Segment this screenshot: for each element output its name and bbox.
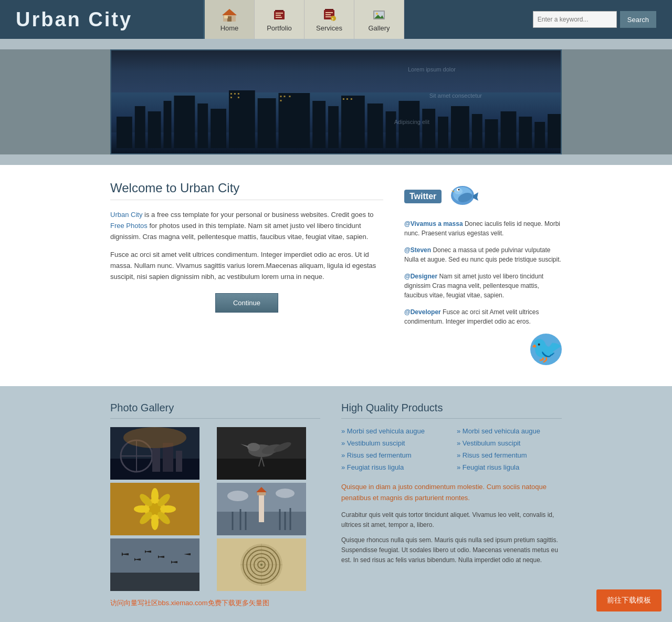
svg-rect-37 bbox=[422, 109, 435, 148]
svg-rect-25 bbox=[174, 96, 195, 148]
left-column: Welcome to Urban City Urban City is a fr… bbox=[110, 181, 383, 365]
gallery-icon bbox=[371, 7, 387, 22]
svg-rect-46 bbox=[230, 93, 232, 95]
svg-rect-6 bbox=[276, 13, 283, 14]
svg-point-89 bbox=[134, 505, 150, 513]
search-input[interactable] bbox=[533, 11, 617, 28]
nav-item-gallery[interactable]: Gallery bbox=[354, 0, 404, 39]
svg-rect-76 bbox=[217, 459, 306, 480]
twitter-bird-icon bbox=[447, 181, 478, 212]
product-links-col1: » Morbi sed vehicula augue » Vestibulum … bbox=[341, 427, 446, 475]
highlight-text: Quisque in diam a justo condimentum mole… bbox=[341, 482, 562, 504]
nav-item-home[interactable]: Home bbox=[205, 0, 255, 39]
svg-rect-2 bbox=[227, 16, 232, 22]
svg-rect-10 bbox=[325, 9, 333, 10]
svg-rect-56 bbox=[346, 98, 348, 100]
tweet-2-handle: @Designer bbox=[404, 273, 437, 280]
gallery-thumb-4[interactable] bbox=[217, 483, 306, 535]
svg-point-62 bbox=[458, 189, 460, 191]
product-link-2-1[interactable]: » Morbi sed vehicula augue bbox=[457, 427, 562, 435]
product-link-2-2[interactable]: » Vestibulum suscipit bbox=[457, 439, 562, 447]
svg-rect-38 bbox=[438, 117, 448, 148]
svg-rect-24 bbox=[164, 101, 172, 148]
product-link-1-2[interactable]: » Vestibulum suscipit bbox=[341, 439, 446, 447]
svg-point-78 bbox=[247, 443, 260, 451]
gallery-heading: Photo Gallery bbox=[110, 402, 320, 419]
gallery-thumb-6[interactable] bbox=[217, 538, 306, 591]
svg-marker-1 bbox=[222, 9, 237, 15]
svg-point-107 bbox=[276, 489, 295, 498]
services-label: Services bbox=[316, 24, 342, 32]
svg-rect-52 bbox=[284, 96, 285, 97]
free-photos-link[interactable]: Free Photos bbox=[110, 222, 148, 230]
intro-paragraph-1: Urban City is a free css template for yo… bbox=[110, 210, 383, 242]
svg-rect-47 bbox=[234, 93, 236, 95]
main-wrapper: Welcome to Urban City Urban City is a fr… bbox=[0, 165, 672, 386]
urban-city-link[interactable]: Urban City bbox=[110, 211, 142, 219]
product-link-1-4[interactable]: » Feugiat risus ligula bbox=[341, 463, 446, 471]
svg-rect-71 bbox=[152, 448, 160, 472]
gallery-thumb-5[interactable] bbox=[110, 538, 200, 591]
services-icon: ! bbox=[321, 7, 338, 22]
products-heading: High Quality Products bbox=[341, 402, 562, 419]
gallery-thumb-3[interactable] bbox=[110, 483, 200, 535]
tweet-2: @Designer Nam sit amet justo vel libero … bbox=[404, 272, 562, 300]
svg-point-18 bbox=[376, 13, 378, 15]
svg-rect-110 bbox=[110, 538, 200, 573]
svg-rect-50 bbox=[238, 97, 239, 98]
intro-text-mid: is a free css template for your personal… bbox=[144, 211, 373, 219]
main-content: Welcome to Urban City Urban City is a fr… bbox=[110, 165, 562, 386]
svg-rect-73 bbox=[176, 451, 182, 472]
header: Urban City Home bbox=[0, 0, 672, 39]
nav-item-services[interactable]: ! Services bbox=[304, 0, 354, 39]
download-button[interactable]: 前往下载模板 bbox=[596, 589, 662, 611]
continue-button[interactable]: Continue bbox=[215, 293, 278, 313]
logo-area: Urban City bbox=[0, 0, 205, 39]
svg-rect-22 bbox=[135, 106, 145, 148]
product-desc-1: Curabitur quis velit quis tortor tincidu… bbox=[341, 510, 562, 530]
tweet-0-handle: @Vivamus a massa bbox=[404, 220, 463, 227]
product-link-1-3[interactable]: » Risus sed fermentum bbox=[341, 451, 446, 459]
svg-rect-44 bbox=[534, 122, 545, 148]
svg-rect-21 bbox=[117, 117, 132, 148]
product-links-col2: » Morbi sed vehicula augue » Vestibulum … bbox=[457, 427, 562, 475]
tweet-1-handle: @Steven bbox=[404, 246, 431, 254]
product-link-2-4[interactable]: » Feugiat risus ligula bbox=[457, 463, 562, 471]
svg-rect-34 bbox=[368, 103, 383, 148]
home-icon bbox=[221, 7, 238, 22]
hero-overlay-1: Lorem ipsum dolor bbox=[408, 66, 456, 72]
search-button[interactable]: Search bbox=[620, 11, 656, 28]
intro-paragraph-2: Fusce ac orci sit amet velit ultrices co… bbox=[110, 250, 383, 282]
svg-rect-45 bbox=[548, 114, 561, 148]
svg-point-90 bbox=[160, 505, 176, 513]
product-link-1-1[interactable]: » Morbi sed vehicula augue bbox=[341, 427, 446, 435]
nav-item-portfolio[interactable]: Portfolio bbox=[255, 0, 304, 39]
twitter-big-icon-area: 🐦 bbox=[404, 334, 562, 365]
svg-rect-29 bbox=[258, 98, 276, 148]
main-nav: Home Portfolio bbox=[205, 0, 404, 39]
svg-rect-23 bbox=[148, 111, 161, 148]
intro-text-end: for photos used in this template. Nam si… bbox=[110, 222, 368, 241]
twitter-header: Twitter bbox=[404, 181, 562, 212]
svg-rect-3 bbox=[224, 15, 228, 18]
portfolio-label: Portfolio bbox=[267, 24, 292, 32]
product-links-row: » Morbi sed vehicula augue » Vestibulum … bbox=[341, 427, 562, 475]
svg-rect-5 bbox=[275, 10, 284, 11]
right-column: Twitter bbox=[404, 181, 562, 365]
home-label: Home bbox=[220, 24, 239, 32]
svg-rect-54 bbox=[280, 100, 281, 101]
tweets-list: @Vivamus a massa Donec iaculis felis id … bbox=[404, 219, 562, 326]
svg-rect-8 bbox=[276, 17, 282, 18]
product-link-2-3[interactable]: » Risus sed fermentum bbox=[457, 451, 562, 459]
svg-rect-97 bbox=[259, 493, 264, 522]
twitter-big-bird-icon: 🐦 bbox=[530, 334, 562, 365]
gallery-thumb-1[interactable] bbox=[110, 427, 200, 480]
svg-rect-43 bbox=[519, 117, 532, 148]
portfolio-icon bbox=[271, 7, 288, 22]
gallery-thumb-2[interactable] bbox=[217, 427, 306, 480]
svg-rect-49 bbox=[230, 97, 232, 98]
svg-rect-57 bbox=[351, 98, 352, 100]
svg-rect-27 bbox=[211, 109, 226, 148]
tweet-1: @Steven Donec a massa ut pede pulvinar v… bbox=[404, 245, 562, 264]
svg-rect-35 bbox=[386, 111, 396, 148]
